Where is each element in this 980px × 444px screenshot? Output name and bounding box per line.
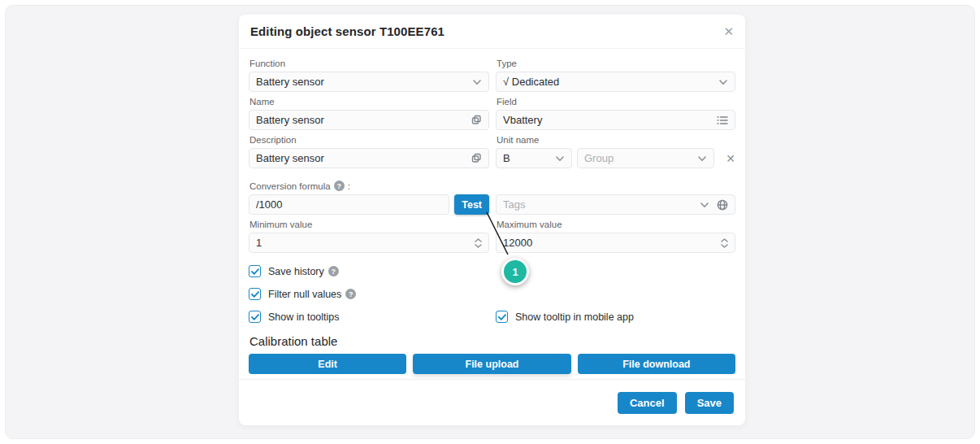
- dialog-header: Editing object sensor T100EE761 ✕: [239, 15, 745, 49]
- dialog-footer: Cancel Save: [239, 379, 745, 425]
- cancel-button[interactable]: Cancel: [618, 392, 677, 414]
- conversion-formula-label-text: Conversion formula: [249, 181, 331, 191]
- unit-name-label: Unit name: [497, 135, 735, 145]
- field-label: Field: [497, 97, 735, 107]
- field-input[interactable]: Vbattery: [496, 110, 735, 130]
- tags-select[interactable]: Tags: [496, 194, 735, 215]
- test-button[interactable]: Test: [454, 194, 489, 215]
- number-stepper-icon[interactable]: [721, 238, 728, 248]
- function-value: Battery sensor: [256, 76, 467, 88]
- chevron-down-icon: [697, 154, 707, 163]
- chevron-down-icon: [555, 154, 565, 163]
- show-mobile-checkbox[interactable]: [496, 311, 508, 323]
- minimum-label: Minimum value: [249, 220, 489, 229]
- copy-icon[interactable]: [471, 115, 482, 125]
- name-label: Name: [249, 97, 489, 107]
- chevron-down-icon: [472, 77, 482, 87]
- unit-select[interactable]: B: [496, 148, 572, 168]
- name-input[interactable]: Battery sensor: [249, 110, 489, 130]
- group-select[interactable]: Group: [577, 148, 714, 168]
- minimum-value: 1: [256, 237, 470, 249]
- edit-sensor-dialog: Editing object sensor T100EE761 ✕ Functi…: [239, 15, 745, 425]
- formula-input[interactable]: /1000: [249, 194, 449, 215]
- show-mobile-label: Show tooltip in mobile app: [515, 311, 634, 323]
- annotation-badge: 1: [501, 258, 529, 285]
- filter-null-checkbox[interactable]: [249, 288, 261, 300]
- file-upload-button[interactable]: File upload: [413, 354, 570, 374]
- chevron-down-icon: [700, 200, 709, 210]
- number-stepper-icon[interactable]: [475, 238, 482, 248]
- dialog-title: Editing object sensor T100EE761: [250, 24, 444, 38]
- name-value: Battery sensor: [256, 114, 466, 126]
- calibration-table-title: Calibration table: [249, 334, 735, 348]
- calibration-edit-button[interactable]: Edit: [249, 354, 406, 374]
- function-select[interactable]: Battery sensor: [249, 72, 489, 92]
- save-history-label: Save history: [268, 266, 324, 277]
- description-label: Description: [249, 135, 489, 145]
- function-label: Function: [249, 59, 489, 68]
- list-icon[interactable]: [717, 115, 728, 125]
- help-icon[interactable]: ?: [334, 181, 345, 191]
- type-select[interactable]: √ Dedicated: [496, 72, 735, 92]
- chevron-down-icon: [718, 77, 728, 87]
- maximum-label: Maximum value: [497, 220, 735, 229]
- field-value: Vbattery: [503, 114, 712, 126]
- formula-value: /1000: [256, 198, 442, 211]
- type-value-text: Dedicated: [512, 76, 560, 88]
- save-history-checkbox[interactable]: [249, 265, 261, 277]
- close-icon[interactable]: ✕: [723, 25, 734, 37]
- conversion-formula-label: Conversion formula ? :: [249, 181, 489, 191]
- tags-placeholder: Tags: [503, 198, 695, 211]
- copy-icon[interactable]: [471, 153, 482, 163]
- filter-null-label: Filter null values: [268, 289, 341, 300]
- type-value: √ Dedicated: [503, 76, 713, 88]
- colon: :: [348, 181, 350, 191]
- description-value: Battery sensor: [256, 152, 466, 164]
- maximum-value: 12000: [503, 237, 716, 249]
- show-tooltips-label: Show in tooltips: [268, 311, 340, 323]
- file-download-button[interactable]: File download: [578, 354, 735, 374]
- globe-icon[interactable]: [717, 199, 728, 211]
- check-prefix: √: [503, 76, 509, 88]
- unit-value: B: [503, 152, 550, 164]
- group-placeholder: Group: [584, 152, 692, 164]
- help-icon[interactable]: ?: [345, 289, 356, 299]
- show-tooltips-checkbox[interactable]: [249, 311, 261, 323]
- description-input[interactable]: Battery sensor: [249, 148, 489, 168]
- help-icon[interactable]: ?: [328, 266, 339, 276]
- clear-group-icon[interactable]: ✕: [726, 152, 735, 165]
- dialog-body: Function Battery sensor Type √ Dedicated: [239, 49, 745, 374]
- save-button[interactable]: Save: [685, 392, 734, 414]
- maximum-input[interactable]: 12000: [496, 233, 735, 253]
- type-label: Type: [497, 59, 735, 68]
- page-background: Editing object sensor T100EE761 ✕ Functi…: [5, 5, 975, 439]
- minimum-input[interactable]: 1: [249, 233, 489, 253]
